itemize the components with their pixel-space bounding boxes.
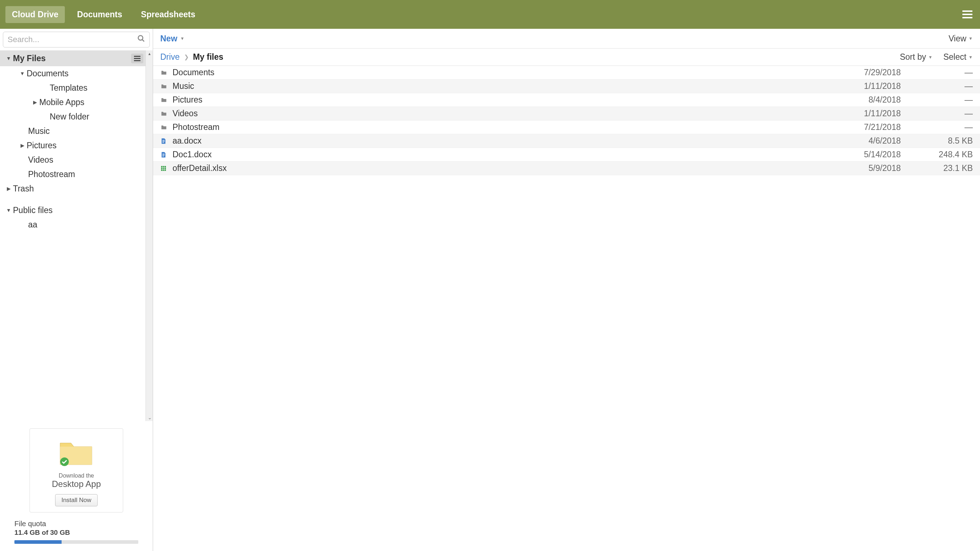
file-row[interactable]: Music1/11/2018— bbox=[153, 79, 980, 93]
view-button[interactable]: View ▼ bbox=[949, 34, 973, 44]
svg-rect-4 bbox=[162, 141, 165, 142]
quota-label: File quota bbox=[14, 520, 138, 528]
file-row[interactable]: Videos1/11/2018— bbox=[153, 107, 980, 121]
caret-down-icon: ▼ bbox=[4, 207, 13, 213]
file-row[interactable]: Photostream7/21/2018— bbox=[153, 121, 980, 134]
sort-label: Sort by bbox=[900, 52, 926, 62]
folder-icon bbox=[160, 83, 172, 90]
search-wrap bbox=[0, 29, 153, 51]
caret-down-icon: ▼ bbox=[928, 55, 932, 60]
tree-label: Public files bbox=[13, 205, 145, 215]
select-button[interactable]: Select ▼ bbox=[943, 52, 973, 62]
view-label: View bbox=[949, 34, 966, 44]
file-size: 8.5 KB bbox=[901, 136, 973, 146]
folder-icon bbox=[160, 97, 172, 103]
file-date: 1/11/2018 bbox=[829, 109, 901, 118]
main: ▼ My Files ▼ Documents ▶ Templates ▶ Mob… bbox=[0, 29, 980, 551]
tree-item-videos[interactable]: Videos bbox=[0, 152, 145, 167]
file-size: 248.4 KB bbox=[901, 150, 973, 159]
tree-label: Music bbox=[28, 126, 145, 136]
spreadsheet-icon bbox=[160, 165, 172, 172]
search-input[interactable] bbox=[8, 35, 137, 44]
quota-section: File quota 11.4 GB of 30 GB bbox=[0, 516, 153, 551]
file-date: 4/6/2018 bbox=[829, 136, 901, 146]
sidebar-scrollbar[interactable]: ▴ ⌄ bbox=[145, 51, 153, 421]
promo-line1: Download the bbox=[33, 473, 119, 479]
tree-item-public-files[interactable]: ▼ Public files bbox=[0, 203, 145, 218]
content: New ▼ View ▼ Drive ❯ My files Sort by ▼ … bbox=[153, 29, 980, 551]
file-size: — bbox=[901, 122, 973, 132]
file-size: — bbox=[901, 68, 973, 77]
caret-down-icon: ▼ bbox=[4, 56, 13, 61]
folder-icon bbox=[160, 70, 172, 76]
breadcrumb-drive[interactable]: Drive bbox=[160, 52, 180, 62]
svg-rect-3 bbox=[162, 140, 165, 141]
scroll-up-icon[interactable]: ▴ bbox=[146, 51, 153, 56]
tree-label: aa bbox=[28, 220, 145, 230]
breadcrumb-bar: Drive ❯ My files Sort by ▼ Select ▼ bbox=[153, 49, 980, 66]
tree-label: Documents bbox=[27, 69, 145, 78]
tree-root-my-files[interactable]: ▼ My Files bbox=[0, 51, 145, 66]
file-list[interactable]: Documents7/29/2018—Music1/11/2018—Pictur… bbox=[153, 66, 980, 551]
tab-documents[interactable]: Documents bbox=[71, 6, 129, 23]
quota-used: 11.4 GB of 30 GB bbox=[14, 529, 138, 537]
caret-down-icon: ▼ bbox=[18, 71, 27, 76]
header-tabs: Cloud Drive Documents Spreadsheets bbox=[5, 6, 202, 23]
document-icon bbox=[160, 151, 172, 158]
new-button[interactable]: New ▼ bbox=[160, 34, 185, 44]
file-row[interactable]: Doc1.docx5/14/2018248.4 KB bbox=[153, 148, 980, 162]
svg-point-0 bbox=[138, 36, 143, 40]
new-label: New bbox=[160, 34, 177, 44]
tree-item-aa[interactable]: aa bbox=[0, 218, 145, 232]
file-name: offerDetail.xlsx bbox=[172, 164, 829, 173]
file-date: 7/21/2018 bbox=[829, 122, 901, 132]
tree-item-pictures[interactable]: ▶ Pictures bbox=[0, 138, 145, 152]
tree-root-menu-icon[interactable] bbox=[131, 54, 143, 64]
tree-item-trash[interactable]: ▶ Trash bbox=[0, 181, 145, 196]
breadcrumb-current: My files bbox=[193, 52, 223, 62]
tree-label: Pictures bbox=[27, 141, 145, 151]
tree-item-photostream[interactable]: Photostream bbox=[0, 167, 145, 181]
file-name: Documents bbox=[172, 68, 829, 77]
folder-icon bbox=[160, 111, 172, 117]
file-date: 5/9/2018 bbox=[829, 164, 901, 173]
sort-by-button[interactable]: Sort by ▼ bbox=[900, 52, 932, 62]
tree-label: Photostream bbox=[28, 170, 145, 179]
file-date: 8/4/2018 bbox=[829, 95, 901, 105]
install-now-button[interactable]: Install Now bbox=[55, 494, 97, 507]
tree-label: Mobile Apps bbox=[39, 97, 145, 107]
file-row[interactable]: Documents7/29/2018— bbox=[153, 66, 980, 79]
tree-item-documents[interactable]: ▼ Documents bbox=[0, 66, 145, 81]
menu-icon[interactable] bbox=[960, 8, 975, 21]
file-name: Videos bbox=[172, 109, 829, 118]
document-icon bbox=[160, 138, 172, 144]
search-icon[interactable] bbox=[137, 35, 145, 44]
tree-root-label: My Files bbox=[13, 54, 128, 64]
file-row[interactable]: offerDetail.xlsx5/9/201823.1 KB bbox=[153, 162, 980, 175]
tree-item-music[interactable]: Music bbox=[0, 124, 145, 138]
caret-right-icon: ▶ bbox=[18, 143, 27, 148]
content-toolbar: New ▼ View ▼ bbox=[153, 29, 980, 49]
file-row[interactable]: Pictures8/4/2018— bbox=[153, 93, 980, 107]
sidebar-scroll: ▼ My Files ▼ Documents ▶ Templates ▶ Mob… bbox=[0, 51, 153, 421]
caret-down-icon: ▼ bbox=[180, 36, 185, 41]
tab-cloud-drive[interactable]: Cloud Drive bbox=[5, 6, 65, 23]
quota-bar bbox=[14, 540, 138, 544]
file-name: Doc1.docx bbox=[172, 150, 829, 159]
scroll-toggle-icon[interactable]: ⌄ bbox=[148, 414, 152, 420]
file-name: Photostream bbox=[172, 122, 829, 132]
tree-item-templates[interactable]: ▶ Templates bbox=[0, 81, 145, 95]
folder-icon bbox=[160, 124, 172, 131]
search-box[interactable] bbox=[3, 32, 150, 48]
tree-item-new-folder[interactable]: ▶ New folder bbox=[0, 110, 145, 124]
tab-spreadsheets[interactable]: Spreadsheets bbox=[134, 6, 202, 23]
promo-line2: Desktop App bbox=[33, 479, 119, 489]
sidebar: ▼ My Files ▼ Documents ▶ Templates ▶ Mob… bbox=[0, 29, 153, 551]
file-date: 7/29/2018 bbox=[829, 68, 901, 77]
tree-label: Templates bbox=[50, 83, 145, 93]
chevron-right-icon: ❯ bbox=[184, 54, 189, 60]
tree-item-mobile-apps[interactable]: ▶ Mobile Apps bbox=[0, 95, 145, 110]
file-name: aa.docx bbox=[172, 136, 829, 146]
file-row[interactable]: aa.docx4/6/20188.5 KB bbox=[153, 134, 980, 148]
file-name: Pictures bbox=[172, 95, 829, 105]
